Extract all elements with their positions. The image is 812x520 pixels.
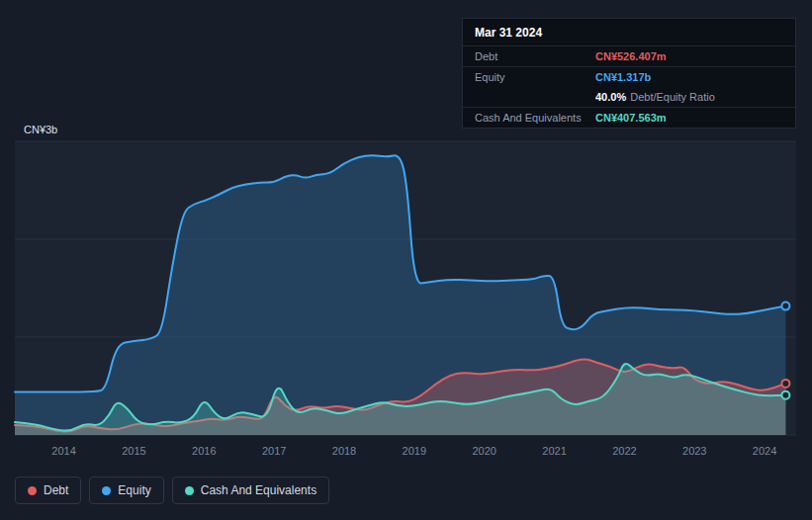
- equity-legend-dot: [102, 486, 111, 495]
- equity-end-dot: [781, 303, 789, 310]
- debt-legend-dot: [28, 486, 37, 495]
- tooltip-debt-value: CN¥526.407m: [595, 50, 667, 62]
- ratio-percentage: 40.0%: [595, 91, 626, 103]
- legend-item-cash[interactable]: Cash And Equivalents: [172, 477, 329, 504]
- tooltip-equity-value: CN¥1.317b: [595, 71, 651, 83]
- cash-end-dot: [781, 391, 789, 399]
- tooltip-cash-label: Cash And Equivalents: [475, 112, 595, 124]
- debt-end-dot: [781, 380, 789, 388]
- x-tick-label-2016: 2016: [192, 445, 216, 457]
- x-tick-label-2018: 2018: [332, 445, 356, 457]
- x-tick-label-2017: 2017: [262, 445, 286, 457]
- legend-item-equity[interactable]: Equity: [89, 477, 163, 504]
- x-tick-label-2022: 2022: [612, 445, 636, 457]
- tooltip-date: Mar 31 2024: [463, 19, 795, 45]
- x-tick-label-2023: 2023: [682, 445, 706, 457]
- tooltip-cash-value: CN¥407.563m: [595, 112, 667, 124]
- tooltip-row-debt: Debt CN¥526.407m: [463, 45, 795, 66]
- x-tick-label-2024: 2024: [753, 445, 776, 457]
- tooltip-panel: Mar 31 2024 Debt CN¥526.407m Equity CN¥1…: [462, 18, 796, 129]
- x-tick-label-2021: 2021: [542, 445, 566, 457]
- tooltip-ratio-value: 40.0%Debt/Equity Ratio: [595, 91, 715, 103]
- x-tick-label-2014: 2014: [51, 445, 75, 457]
- legend-item-debt[interactable]: Debt: [15, 477, 81, 504]
- x-tick-label-2019: 2019: [403, 445, 426, 457]
- tooltip-row-cash: Cash And Equivalents CN¥407.563m: [463, 107, 795, 128]
- y-axis-label-top: CN¥3b: [24, 124, 57, 135]
- tooltip-debt-label: Debt: [475, 50, 595, 62]
- cash-legend-dot: [185, 486, 194, 495]
- legend: DebtEquityCash And Equivalents: [15, 477, 329, 504]
- tooltip-row-equity: Equity CN¥1.317b: [463, 66, 795, 87]
- x-tick-label-2020: 2020: [472, 445, 496, 457]
- legend-item-label: Debt: [44, 483, 68, 497]
- legend-item-label: Cash And Equivalents: [201, 483, 316, 497]
- x-axis: 2014201520162017201820192020202120222023…: [0, 445, 812, 461]
- tooltip-equity-label: Equity: [475, 71, 595, 83]
- debt-equity-history-chart[interactable]: [15, 141, 796, 435]
- ratio-label: Debt/Equity Ratio: [630, 91, 715, 103]
- legend-item-label: Equity: [118, 483, 150, 497]
- tooltip-row-ratio: 40.0%Debt/Equity Ratio: [463, 87, 795, 107]
- x-tick-label-2015: 2015: [122, 445, 145, 457]
